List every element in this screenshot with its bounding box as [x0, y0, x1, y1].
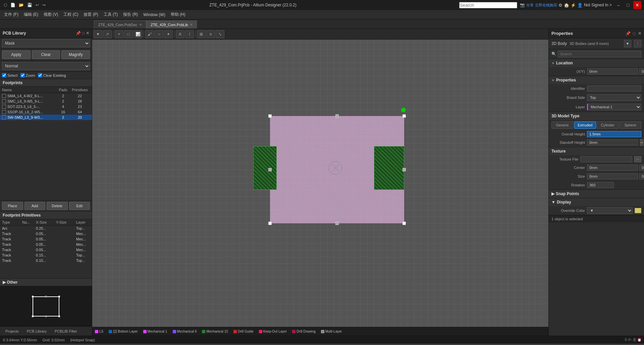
list-item[interactable]: Track0.05...Mec... — [0, 247, 92, 252]
share-btn[interactable]: 分享 — [526, 3, 534, 8]
primitives-header[interactable]: Footprint Primitives — [0, 212, 92, 219]
layer-mech1[interactable]: Mechanical 1 — [141, 327, 170, 336]
close-btn[interactable]: ✕ — [633, 1, 641, 9]
rotation-input[interactable] — [587, 182, 614, 188]
body-filter-btn[interactable]: ▼ — [624, 40, 631, 47]
standoff-height-input[interactable] — [587, 139, 638, 146]
list-item[interactable]: Arc0.25...Top... — [0, 226, 92, 231]
layer-bottom[interactable]: [2] Bottom Layer — [106, 327, 140, 336]
col-pads[interactable]: Pads — [56, 88, 70, 92]
body-more-btn[interactable]: ⋮ — [634, 40, 641, 47]
save-icon[interactable]: 💾 — [26, 3, 33, 7]
mask-select[interactable]: Mask — [2, 39, 90, 47]
zoom-checkbox[interactable] — [20, 73, 25, 77]
magnify-button[interactable]: Magnify — [61, 50, 90, 59]
panel-maximize-icon[interactable]: □ — [82, 31, 85, 36]
layer-mech6[interactable]: Mechanical 6 — [170, 327, 200, 336]
layer-keepout[interactable]: Keep-Out Layer — [256, 327, 290, 336]
layer-mech15[interactable]: Mechanical 15 — [199, 327, 230, 336]
properties-section-header[interactable]: ▼ Properties — [549, 76, 644, 84]
account-icon[interactable]: 👤 — [577, 3, 583, 8]
menu-window[interactable]: Window (W) — [141, 11, 168, 18]
generic-btn[interactable]: Generic — [551, 121, 574, 129]
standoff-minus-btn[interactable]: − — [640, 139, 643, 146]
menu-view[interactable]: 视图 (V) — [41, 10, 61, 19]
size-x-input[interactable] — [587, 173, 638, 179]
add-tool[interactable]: + — [115, 30, 123, 38]
properties-search-input[interactable] — [558, 51, 641, 57]
expand-tool[interactable]: ⤡ — [216, 30, 224, 38]
layer-multi[interactable]: Multi-Layer — [318, 327, 344, 336]
settings-icon[interactable]: ⚙ — [558, 3, 562, 8]
texture-file-input[interactable] — [580, 156, 632, 162]
line-tool[interactable]: / — [185, 30, 194, 38]
sel-handle-bl[interactable] — [268, 222, 272, 225]
overall-height-input[interactable] — [587, 131, 641, 137]
clear-button[interactable]: Clear — [32, 50, 60, 59]
rect-tool[interactable]: □ — [124, 30, 133, 38]
list-item[interactable]: Track0.05...Mec... — [0, 231, 92, 236]
layer-drill-guide[interactable]: Drill Guide — [231, 327, 256, 336]
not-signed-in-btn[interactable]: Not Signed In > — [584, 3, 612, 7]
sphere-btn[interactable]: Sphere — [620, 121, 642, 129]
sel-handle-br[interactable] — [402, 222, 406, 225]
place-button[interactable]: Place — [2, 202, 23, 210]
sel-handle-ml[interactable] — [268, 168, 272, 171]
tab-pcbdoc-close[interactable]: ✕ — [139, 23, 142, 26]
col-name[interactable]: Name — [2, 88, 56, 92]
menu-reports[interactable]: 报告 (R) — [120, 10, 141, 19]
y-input[interactable] — [639, 68, 644, 74]
snap-points-header[interactable]: ▶ Snap Points — [549, 190, 644, 198]
display-header[interactable]: ▼ Display — [549, 198, 644, 206]
list-item[interactable]: SOT-223-3_L6_5-... 4 23 — [0, 104, 92, 109]
extruded-btn[interactable]: Extruded — [574, 121, 596, 129]
other-section[interactable]: ▶ Other — [0, 278, 92, 286]
list-item[interactable]: Track0.05...Mec... — [0, 236, 92, 242]
clear-existing-checkbox[interactable] — [38, 73, 42, 77]
sel-handle-tl[interactable] — [268, 114, 272, 118]
sel-handle-tm[interactable] — [335, 114, 339, 118]
cylinder-btn[interactable]: Cylinder — [597, 121, 619, 129]
global-search-input[interactable] — [459, 2, 517, 8]
select-checkbox[interactable] — [2, 73, 6, 77]
minimize-btn[interactable]: – — [614, 1, 623, 9]
tab-pcbdoc[interactable]: ZTE_429_Com.PcbDoc ✕ — [94, 20, 146, 28]
list-item[interactable]: SW-SMD_L3_9-W3... 2 20 — [0, 115, 92, 120]
list-item[interactable]: Track0.05...Mec... — [0, 242, 92, 247]
delete-button[interactable]: Delete — [47, 202, 68, 210]
board-side-select[interactable]: Top — [587, 94, 641, 101]
marker-tool[interactable]: ✦ — [164, 30, 173, 38]
tab-pcblib[interactable]: ZTE_429_Com.PcbLib ✕ — [146, 20, 197, 28]
menu-project[interactable]: 工程 (C) — [61, 10, 81, 19]
redo-icon[interactable]: ↪ — [41, 3, 47, 7]
identifier-input[interactable] — [587, 85, 641, 92]
edit-button[interactable]: Edit — [69, 202, 90, 210]
buy-btn[interactable]: 立即在线购买 — [535, 3, 557, 8]
tab-pcblib-close[interactable]: ✕ — [190, 23, 193, 26]
sel-handle-mr[interactable] — [402, 168, 406, 171]
menu-tools[interactable]: 工具 (T) — [101, 10, 121, 19]
camera-icon[interactable]: 📷 — [520, 3, 525, 7]
canvas-area[interactable]: ▼ ↗ + □ 📊 🖌 ○ ✦ A / ⊞ ≡ ⤡ — [92, 29, 548, 336]
layer-select[interactable]: Mechanical 1 — [587, 104, 641, 110]
filter-tool[interactable]: ▼ — [94, 30, 102, 38]
layer-drill-drawing[interactable]: Drill Drawing — [289, 327, 318, 336]
mode-select[interactable]: Normal — [2, 62, 90, 70]
undo-icon[interactable]: ↩ — [35, 3, 40, 7]
pin-icon[interactable]: 📌 — [76, 31, 81, 36]
graph-tool[interactable]: ≡ — [206, 30, 215, 38]
texture-browse-btn[interactable]: ··· — [634, 156, 641, 162]
list-item[interactable]: SMC_L6_9-W5_9-L... 2 28 — [0, 99, 92, 104]
window-tool[interactable]: ⊞ — [197, 30, 206, 38]
list-item[interactable]: SSOP-16_L6_2-W5... 16 64 — [0, 109, 92, 115]
list-item[interactable]: SMA_L4_4-W2_8-L... 2 22 — [0, 93, 92, 99]
center-x-input[interactable] — [587, 165, 638, 171]
size-y-input[interactable] — [639, 173, 644, 179]
center-y-input[interactable] — [639, 165, 644, 171]
add-button[interactable]: Add — [24, 202, 46, 210]
footprints-header[interactable]: Footprints — [0, 79, 92, 87]
folder-icon[interactable]: 📂 — [18, 3, 25, 7]
panel-close-icon[interactable]: ✕ — [86, 31, 89, 36]
panel-close-icon[interactable]: ✕ — [638, 31, 641, 36]
sel-handle-tr[interactable] — [402, 114, 406, 118]
